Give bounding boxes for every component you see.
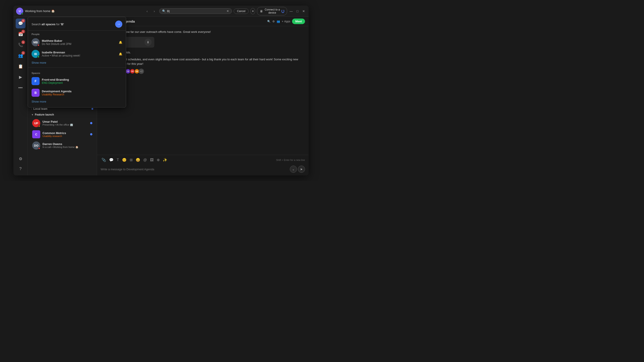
space-info: Development Agenda Usability Research [42,90,71,96]
people-chat-button[interactable]: 👥 [276,20,280,23]
calls-badge: 1 [22,40,25,44]
quote-icon[interactable]: 💬 [108,157,114,163]
help-icon: ? [19,166,22,171]
person-sub: Do Not Disturb until 2PM [42,42,116,45]
cancel-button[interactable]: Cancel [234,8,249,14]
ai-icon[interactable]: ✨ [162,157,168,163]
search-submit-button[interactable]: → [115,20,122,28]
local-team-badge [92,108,93,110]
help-button[interactable]: ? [16,164,26,174]
contact-name: Common Metrics [42,131,88,135]
message-block: I know we're on tight schedules, and eve… [100,57,305,66]
space-info: Front-end Branding ENG Deployment [42,78,69,84]
message-block: .doc ⬇ [100,37,305,48]
new-conversation-button[interactable]: + [250,8,255,14]
connect-device-label: Connect to a device [264,8,280,14]
person-info: Matthew Baker Do Not Disturb until 2PM [42,39,116,45]
avatar: DO [32,141,40,149]
seen-by-row: Seen by S1 S2 S3 S4 S5 S6 +2 [100,69,305,74]
feature-launch-label: Feature launch [35,113,54,116]
chat-area: Development Agenda 🔍 ⚙ 👥 + Apps Meet [97,17,308,175]
nav-back-button[interactable]: ‹ [144,8,150,14]
send-button[interactable]: ➤ [298,166,305,173]
search-input[interactable] [167,9,225,13]
monitor-icon: 🖥 [260,9,263,13]
loading-spinner [282,9,284,13]
status-badge [37,44,40,46]
teams-badge: 1 [22,51,25,55]
sticker-icon[interactable]: 😄 [135,157,141,163]
status-badge [37,56,40,58]
hint-text: Shift + Enter for a new line [276,159,305,161]
contacts-icon: 📋 [18,64,23,69]
settings-chat-button[interactable]: ⚙ [272,20,275,23]
left-nav: 💬 5 📅 1 📞 1 👥 1 📋 ▶ ••• [14,17,28,175]
chat-toolbar: 📎 💬 T 😊 ⊞ 😄 @ 🖼 ⊕ ✨ Shift + Enter for a … [97,155,308,165]
emoji-icon[interactable]: 😊 [121,157,128,163]
calendar-badge: 1 [22,30,25,33]
close-button[interactable]: ✕ [302,9,306,13]
avatar: UP [32,119,40,127]
status-badge [38,125,40,127]
meet-button[interactable]: Meet [292,18,305,24]
connect-device-button[interactable]: 🖥 Connect to a device [257,7,287,15]
add-apps-button[interactable]: + Apps [282,20,290,23]
sidebar-item-activity[interactable]: ▶ [16,72,26,82]
plus-icon: + [282,20,283,23]
nav-forward-button[interactable]: › [151,8,158,14]
message-input[interactable] [100,168,288,171]
sidebar-item-calendar[interactable]: 📅 1 [16,29,26,39]
attachment-icon[interactable]: 📎 [100,157,107,163]
feature-launch-chevron-icon: ▼ [31,113,34,116]
maximize-button[interactable]: □ [295,9,300,13]
send-options-button[interactable]: ⌄ [290,166,297,173]
search-chat-button[interactable]: 🔍 [267,20,270,23]
status-badge [38,147,40,149]
download-button[interactable]: ⬇ [144,39,152,46]
search-all-text: Search all spaces for 'B' [32,22,64,26]
sidebar-item-messaging[interactable]: 💬 5 [16,18,26,28]
sidebar-item-calls[interactable]: 📞 1 [16,40,26,50]
dropdown-person-item[interactable]: MB Matthew Baker Do Not Disturb until 2P… [28,36,126,48]
list-item[interactable]: UP Umar Patel Presenting • At the office… [28,117,96,129]
space-name: Front-end Branding [42,78,69,81]
contact-info: Umar Patel Presenting • At the office 🏢 [42,120,88,126]
people-section-label: People [28,31,126,36]
user-avatar: U [16,7,23,15]
avatar: IB [32,50,40,58]
list-item[interactable]: DO Darren Owens In a call • Working from… [28,140,96,151]
feature-launch-section-header[interactable]: ▼ Feature launch [28,112,97,117]
minimize-button[interactable]: — [289,9,294,13]
more-toolbar-icon[interactable]: ⊕ [156,157,160,163]
format-icon[interactable]: T [116,157,120,163]
person-sub: Active • What an amazing week! [42,54,116,57]
gif-icon[interactable]: ⊞ [129,157,134,163]
sidebar-item-teams[interactable]: 👥 1 [16,51,26,60]
contact-status-text: Usability research [42,135,88,137]
list-item[interactable]: C Common Metrics Usability research [28,129,96,140]
show-more-spaces-link[interactable]: Show more [28,98,126,105]
message-text: e what the future holds. [100,50,305,55]
avatar: MB [32,38,40,46]
local-team-label: Local team [33,107,48,110]
search-clear-icon[interactable]: ✕ [226,9,229,13]
title-bar: U Working from home 🏠 ‹ › 🔍 ✕ Cancel + 🖥… [14,5,308,17]
sidebar-item-contacts[interactable]: 📋 [16,61,26,71]
sidebar-item-more[interactable]: ••• [16,83,26,93]
settings-button[interactable]: ⚙ [16,154,26,164]
show-more-people-link[interactable]: Show more [28,60,126,66]
dropdown-space-item[interactable]: B Development Agenda Usability Research [28,87,126,98]
search-all-row: Search all spaces for 'B' → [28,20,126,31]
activity-icon: ▶ [19,75,22,79]
contact-status-text: Presenting • At the office 🏢 [42,123,88,126]
image-icon[interactable]: 🖼 [149,157,154,163]
person-name: Isabelle Brennan [42,51,116,54]
person-name: Matthew Baker [42,39,116,42]
space-name: Development Agenda [42,90,71,93]
dropdown-person-item[interactable]: IB Isabelle Brennan Active • What an ama… [28,48,126,60]
mention-icon[interactable]: @ [142,157,148,163]
dropdown-space-item[interactable]: F Front-end Branding ENG Deployment [28,75,126,87]
contact-info: Darren Owens In a call • Working from ho… [42,142,92,149]
apps-label: Apps [284,20,290,23]
mute-icon: 🔔 [119,52,122,56]
